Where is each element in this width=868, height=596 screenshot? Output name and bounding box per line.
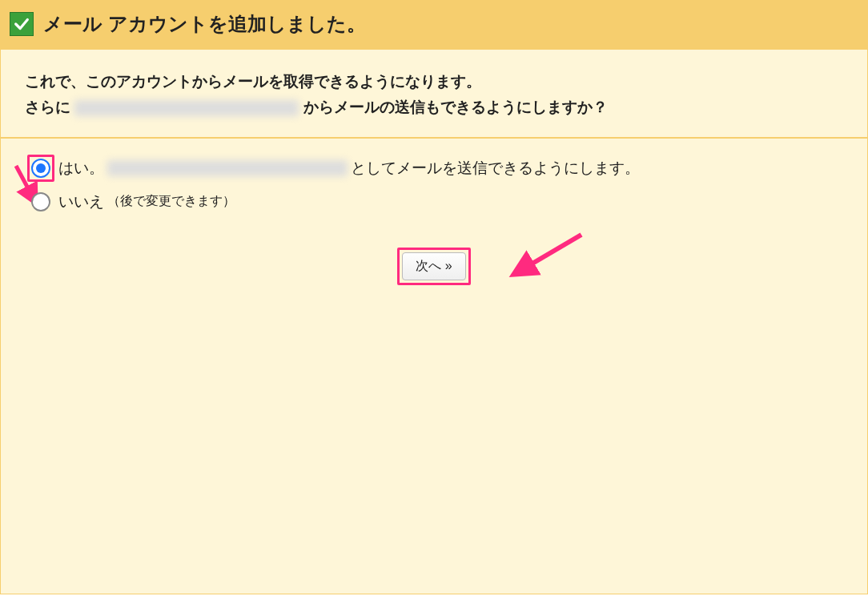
intro-line2-prefix: さらに: [25, 99, 70, 115]
option-yes-row: はい。 ██████████████████████ としてメールを送信できるよ…: [31, 158, 843, 179]
intro-line2: さらに ████████████████████ からメールの送信もできるように…: [25, 95, 843, 120]
radio-yes[interactable]: [31, 159, 50, 178]
option-yes-label[interactable]: はい。 ██████████████████████ としてメールを送信できるよ…: [58, 158, 640, 179]
option-group: はい。 ██████████████████████ としてメールを送信できるよ…: [31, 158, 843, 212]
annotation-arrow-button: [505, 228, 585, 284]
redacted-email: ████████████████████: [74, 100, 299, 116]
option-no-note: （後で変更できます）: [107, 193, 235, 210]
intro-text: これで、このアカウントからメールを取得できるようになります。 さらに █████…: [25, 69, 843, 121]
header-bar: メール アカウントを追加しました。: [0, 0, 868, 50]
content-panel: これで、このアカウントからメールを取得できるようになります。 さらに █████…: [0, 50, 868, 594]
option-no-label[interactable]: いいえ （後で変更できます）: [58, 191, 235, 212]
next-button[interactable]: 次へ »: [402, 252, 465, 280]
page-title: メール アカウントを追加しました。: [43, 11, 366, 37]
button-row: 次へ »: [25, 252, 843, 280]
intro-line1: これで、このアカウントからメールを取得できるようになります。: [25, 69, 843, 95]
checkmark-icon: [10, 12, 34, 36]
option-no-text: いいえ: [58, 191, 104, 212]
divider: [1, 137, 867, 139]
option-no-row: いいえ （後で変更できます）: [31, 191, 843, 212]
radio-no[interactable]: [31, 192, 50, 211]
option-yes-suffix: としてメールを送信できるようにします。: [351, 158, 640, 179]
option-yes-prefix: はい。: [58, 158, 104, 179]
redacted-email-option: ██████████████████████: [107, 160, 348, 176]
intro-line2-suffix: からメールの送信もできるようにしますか？: [303, 99, 608, 115]
